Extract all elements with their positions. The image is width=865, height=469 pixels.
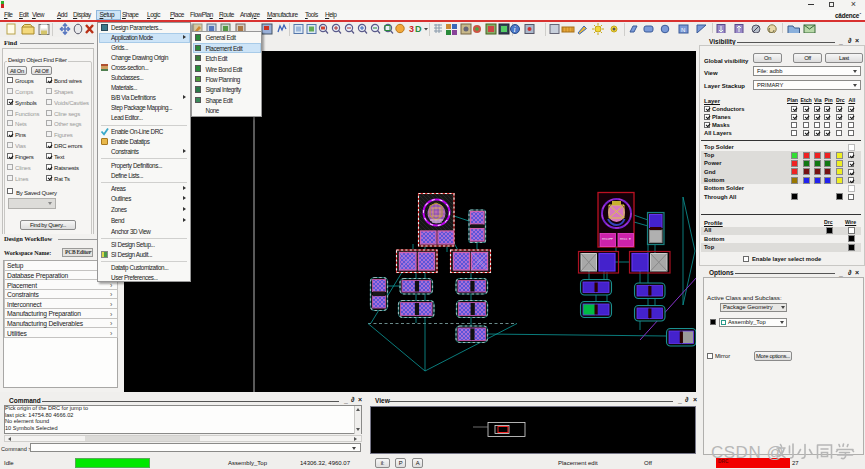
- svg-text:D: D: [415, 24, 422, 34]
- svg-text:MTCCFF: MTCCFF: [602, 238, 613, 241]
- svg-text:MTCC E: MTCC E: [620, 238, 631, 241]
- svg-text:3: 3: [409, 24, 414, 34]
- svg-text:N: N: [681, 27, 685, 33]
- svg-text:i: i: [514, 25, 516, 34]
